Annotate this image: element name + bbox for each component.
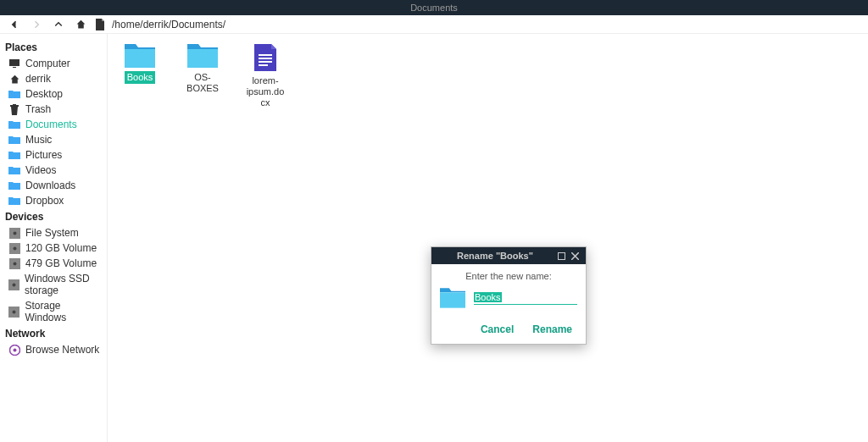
sidebar-item-label: Music: [25, 134, 52, 146]
svg-rect-18: [558, 252, 565, 259]
disk-icon: [8, 242, 20, 254]
folder-icon: [8, 195, 20, 207]
arrow-right-icon: [31, 19, 42, 30]
sidebar-item-label: Computer: [25, 58, 70, 69]
sidebar: Places Computer derrik Desktop Trash Doc…: [0, 34, 108, 442]
window-titlebar: Documents: [0, 0, 868, 15]
document-icon: [95, 19, 105, 30]
sidebar-section-network: Network: [0, 325, 107, 342]
file-item-lorem-docx[interactable]: lorem-ipsum.docx: [242, 44, 289, 110]
sidebar-item-label: Windows SSD storage: [25, 273, 102, 296]
rename-input[interactable]: Books: [474, 291, 577, 305]
sidebar-item-dropbox[interactable]: Dropbox: [0, 193, 107, 208]
sidebar-item-videos[interactable]: Videos: [0, 163, 107, 178]
disk-icon: [8, 306, 19, 318]
files-grid: Books OS-BOXES lorem-ipsum.docx: [116, 44, 860, 110]
main-view[interactable]: Books OS-BOXES lorem-ipsum.docx: [108, 34, 868, 442]
sidebar-item-label: 120 GB Volume: [25, 242, 97, 254]
folder-icon: [125, 44, 155, 68]
file-label: lorem-ipsum.docx: [242, 75, 289, 110]
computer-icon: [8, 58, 20, 69]
folder-icon: [8, 149, 20, 161]
svg-rect-14: [259, 54, 272, 56]
sidebar-item-label: Videos: [25, 164, 56, 176]
maximize-icon: [558, 252, 565, 260]
home-button[interactable]: [73, 17, 88, 32]
sidebar-item-trash[interactable]: Trash: [0, 102, 107, 117]
dialog-titlebar[interactable]: Rename "Books": [431, 247, 586, 264]
cancel-button[interactable]: Cancel: [481, 323, 514, 335]
folder-icon: [8, 164, 20, 176]
sidebar-item-volume-479[interactable]: 479 GB Volume: [0, 256, 107, 271]
rename-button[interactable]: Rename: [532, 323, 572, 335]
svg-rect-16: [259, 61, 272, 63]
dialog-close-button[interactable]: [569, 250, 581, 262]
trash-icon: [8, 103, 20, 115]
sidebar-item-label: derrik: [25, 73, 51, 85]
svg-point-5: [13, 246, 16, 250]
sidebar-item-filesystem[interactable]: File System: [0, 225, 107, 240]
sidebar-item-music[interactable]: Music: [0, 132, 107, 147]
sidebar-item-windows-ssd[interactable]: Windows SSD storage: [0, 271, 107, 298]
folder-icon: [440, 288, 465, 308]
folder-icon: [8, 134, 20, 146]
dialog-input-row: Books: [440, 288, 577, 308]
sidebar-item-desktop[interactable]: Desktop: [0, 86, 107, 102]
sidebar-item-label: Pictures: [25, 149, 62, 161]
sidebar-item-volume-120[interactable]: 120 GB Volume: [0, 240, 107, 256]
toolbar: /home/derrik/Documents/: [0, 15, 868, 34]
sidebar-item-browse-network[interactable]: Browse Network: [0, 342, 107, 357]
home-icon: [75, 19, 86, 30]
sidebar-section-devices: Devices: [0, 208, 107, 225]
svg-rect-17: [259, 64, 268, 66]
arrow-left-icon: [9, 19, 19, 30]
back-button[interactable]: [7, 17, 22, 32]
sidebar-item-label: Trash: [25, 103, 51, 115]
network-icon: [8, 344, 20, 356]
sidebar-item-label: Documents: [25, 119, 77, 130]
sidebar-item-pictures[interactable]: Pictures: [0, 147, 107, 163]
svg-point-9: [13, 283, 16, 286]
docx-icon: [254, 44, 276, 71]
rename-input-selection: Books: [474, 292, 502, 302]
svg-point-3: [13, 231, 16, 235]
arrow-up-icon: [53, 19, 64, 30]
sidebar-item-documents[interactable]: Documents: [0, 117, 107, 132]
disk-icon: [8, 257, 20, 269]
folder-icon: [8, 88, 20, 100]
content-area: Places Computer derrik Desktop Trash Doc…: [0, 34, 868, 442]
sidebar-item-downloads[interactable]: Downloads: [0, 178, 107, 193]
window-title: Documents: [410, 3, 458, 13]
file-item-osboxes[interactable]: OS-BOXES: [179, 44, 226, 95]
sidebar-item-label: File System: [25, 227, 79, 239]
svg-point-11: [13, 310, 16, 313]
sidebar-item-label: 479 GB Volume: [25, 257, 97, 269]
sidebar-item-computer[interactable]: Computer: [0, 56, 107, 71]
disk-icon: [8, 227, 20, 239]
sidebar-item-label: Dropbox: [25, 195, 64, 207]
sidebar-item-label: Browse Network: [25, 344, 99, 356]
sidebar-item-storage-windows[interactable]: Storage Windows: [0, 298, 107, 325]
rename-dialog: Rename "Books" Enter the new name: Books…: [431, 246, 587, 345]
folder-icon: [8, 119, 20, 130]
up-button[interactable]: [51, 17, 66, 32]
sidebar-item-home[interactable]: derrik: [0, 71, 107, 86]
path-text[interactable]: /home/derrik/Documents/: [112, 19, 225, 30]
file-item-books[interactable]: Books: [116, 44, 164, 84]
sidebar-item-label: Downloads: [25, 180, 75, 191]
dialog-maximize-button[interactable]: [555, 250, 567, 262]
sidebar-item-label: Desktop: [25, 88, 63, 100]
sidebar-section-places: Places: [0, 39, 107, 56]
dialog-body: Enter the new name: Books Cancel Rename: [431, 264, 586, 344]
svg-rect-0: [9, 59, 19, 66]
svg-point-7: [13, 262, 16, 265]
disk-icon: [8, 279, 19, 290]
svg-point-13: [13, 348, 16, 351]
dialog-title: Rename "Books": [437, 251, 554, 261]
dialog-prompt: Enter the new name:: [440, 271, 577, 281]
forward-button[interactable]: [29, 17, 44, 32]
svg-rect-1: [13, 67, 16, 68]
folder-icon: [187, 44, 218, 68]
close-icon: [571, 252, 579, 260]
svg-rect-15: [259, 58, 272, 59]
